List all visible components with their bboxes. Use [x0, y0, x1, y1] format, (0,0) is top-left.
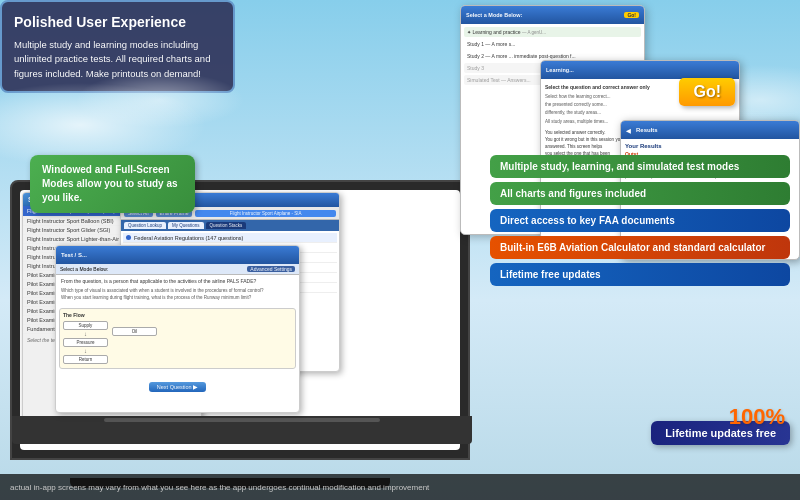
study-screen-header: Select a Mode Below: Go!: [461, 6, 644, 24]
next-question-btn[interactable]: Next Question ▶: [56, 372, 299, 396]
select-mode-bar: Select a Mode Below: Advanced Settings: [56, 264, 299, 275]
results-header: ◀ Results: [621, 121, 799, 139]
windowed-callout: Windowed and Full-Screen Modes allow you…: [30, 155, 195, 213]
bottom-bar-text: actual in-app screens may vary from what…: [10, 483, 429, 492]
question-text: From the question, is a person that appl…: [56, 275, 299, 305]
advanced-settings-btn[interactable]: Advanced Settings: [247, 266, 295, 272]
question-lookup-tab[interactable]: Question Lookup: [124, 222, 166, 229]
question-panel-header: Test / S...: [56, 246, 299, 264]
list-item[interactable]: Federal Aviation Regulations (147 questi…: [123, 233, 337, 243]
score-percent-badge: 100%: [729, 404, 785, 430]
learning-screen-header: Learning...: [541, 61, 739, 79]
study-row-1[interactable]: Study 1 — A more s...: [464, 39, 641, 49]
back-icon[interactable]: ◀: [626, 127, 631, 134]
feature-lifetime: Lifetime free updates: [490, 263, 790, 286]
features-list: Multiple study, learning, and simulated …: [490, 155, 790, 286]
bottom-bar: actual in-app screens may vary from what…: [0, 474, 800, 500]
main-container: Select Test to Prepare for Flight Instru…: [0, 0, 800, 500]
laptop-screen: Select Test to Prepare for Flight Instru…: [20, 190, 460, 450]
laptop-keyboard: [12, 416, 472, 444]
feature-e6b: Built-in E6B Aviation Calculator and sta…: [490, 236, 790, 259]
laptop-device: Select Test to Prepare for Flight Instru…: [10, 180, 470, 460]
flight-tab[interactable]: Flight Instructor Sport Airplane - SIA: [195, 210, 336, 217]
question-stacks-tab[interactable]: Question Stacks: [206, 222, 247, 229]
nav-tabs: Question Lookup My Questions Question St…: [121, 220, 339, 231]
laptop-bezel: Select Test to Prepare for Flight Instru…: [20, 190, 460, 450]
my-questions-tab[interactable]: My Questions: [168, 222, 204, 229]
study-go-btn[interactable]: Go!: [624, 12, 639, 18]
learning-practice-row[interactable]: ✦ Learning and practice — A genU...: [464, 27, 641, 37]
feature-multiple-study: Multiple study, learning, and simulated …: [490, 155, 790, 178]
question-panel: Test / S... Select a Mode Below: Advance…: [55, 245, 300, 413]
go-button[interactable]: Go!: [679, 78, 735, 106]
feature-direct-faa: Direct access to key FAA documents: [490, 209, 790, 232]
flowchart-diagram: The Flow Supply ↓ Pressure ↓ Return Oil: [59, 308, 296, 369]
feature-all-charts: All charts and figures included: [490, 182, 790, 205]
